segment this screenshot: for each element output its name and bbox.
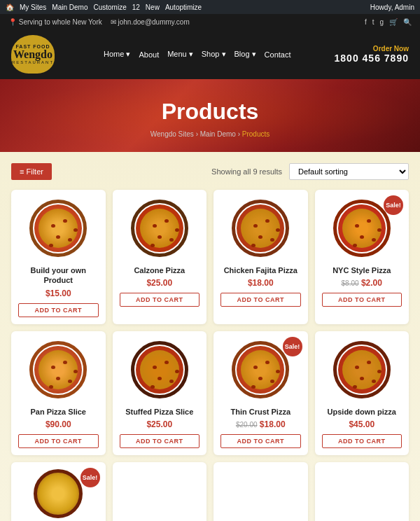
- pizza-cheese-7: [241, 350, 280, 389]
- pizza-cheese-2: [140, 209, 179, 248]
- product-price-3: $18.00: [220, 278, 301, 288]
- product-name-7: Thin Crust Pizza: [220, 407, 301, 417]
- customize-link[interactable]: Customize: [93, 4, 126, 11]
- breadcrumb-wengdo[interactable]: Wengdo Sites: [150, 130, 194, 138]
- product-image-3: [229, 197, 292, 260]
- breadcrumb-main-demo[interactable]: Main Demo: [200, 130, 236, 138]
- location-text: 📍 Serving to whole New York: [8, 18, 102, 26]
- admin-bar: 🏠 My Sites Main Demo Customize 12 New Au…: [0, 0, 420, 14]
- add-to-cart-button-6[interactable]: ADD TO CART: [120, 434, 200, 448]
- product-price-1: $15.00: [18, 289, 99, 298]
- product-card-8: Upside down pizza $45.00 ADD TO CART: [315, 331, 410, 455]
- info-bar: 📍 Serving to whole New York ✉ john.doe@d…: [0, 14, 420, 29]
- nav-shop[interactable]: Shop ▾: [202, 50, 226, 59]
- product-image-8: [330, 338, 393, 401]
- pizza-cheese-4: [342, 209, 382, 248]
- sale-badge-4: Sale!: [384, 195, 403, 215]
- product-card-3: Chicken Fajita Pizza $18.00 ADD TO CART: [214, 190, 308, 324]
- admin-bar-left: 🏠 My Sites Main Demo Customize 12 New Au…: [6, 4, 202, 11]
- new-link[interactable]: New: [146, 4, 160, 11]
- pizza-base-5: [29, 341, 87, 398]
- product-name-5: Pan Pizza Slice: [18, 407, 99, 417]
- filter-right: Showing all 9 results Default sorting So…: [211, 163, 409, 180]
- product-card-1: Build your own Product $15.00 ADD TO CAR…: [11, 190, 106, 324]
- product-name-1: Build your own Product: [18, 265, 99, 286]
- product-price-4: $8.00 $2.00: [322, 278, 402, 288]
- order-phone[interactable]: 1800 456 7890: [335, 53, 409, 64]
- product-image-5: [27, 338, 90, 401]
- main-demo-link[interactable]: Main Demo: [52, 4, 88, 11]
- empty-card-12: [315, 462, 410, 521]
- pizza-base-7: [232, 341, 289, 398]
- product-card-5: Pan Pizza Slice $90.00 ADD TO CART: [11, 331, 106, 455]
- admin-bar-right: Howdy, Admin: [370, 4, 414, 11]
- product-name-3: Chicken Fajita Pizza: [220, 265, 301, 275]
- product-card-2: Calzone Pizza $25.00 ADD TO CART: [113, 190, 207, 324]
- sale-price-7: $18.00: [260, 419, 286, 429]
- product-card-7: Sale! Thin Crust Pizza $20.00 $18.00 ADD…: [214, 331, 308, 455]
- product-price-7: $20.00 $18.00: [220, 419, 301, 429]
- pizza-cheese-5: [38, 350, 78, 389]
- hero-section: Products Wengdo Sites › Main Demo › Prod…: [0, 79, 420, 152]
- facebook-icon[interactable]: f: [365, 18, 367, 26]
- order-now-label: Order Now: [335, 45, 409, 53]
- info-bar-left: 📍 Serving to whole New York ✉ john.doe@d…: [8, 18, 190, 26]
- pizza-base-2: [131, 200, 188, 257]
- product-name-4: NYC Style Pizza: [322, 265, 402, 275]
- breadcrumb-current: Products: [242, 130, 270, 138]
- google-icon[interactable]: g: [379, 18, 384, 26]
- product-card-4: Sale! NYC Style Pizza $8.00 $2.00 ADD TO…: [315, 190, 410, 324]
- logo[interactable]: FAST FOOD Wengdo RESTAURANT: [11, 35, 60, 74]
- partial-row: Sale!: [11, 462, 409, 521]
- product-name-6: Stuffed Pizza Slice: [120, 407, 200, 417]
- logo-sub-text: RESTAURANT: [12, 60, 54, 64]
- product-name-8: Upside down pizza: [322, 407, 402, 417]
- add-to-cart-button-3[interactable]: ADD TO CART: [220, 293, 301, 307]
- product-grid: Build your own Product $15.00 ADD TO CAR…: [11, 190, 409, 455]
- add-to-cart-button-7[interactable]: ADD TO CART: [220, 434, 301, 448]
- my-sites-link[interactable]: My Sites: [20, 4, 46, 11]
- pizza-cheese-3: [241, 209, 280, 248]
- twitter-icon[interactable]: t: [372, 18, 374, 26]
- nav-blog[interactable]: Blog ▾: [234, 50, 256, 59]
- email-text: ✉ john.doe@dummy.com: [111, 18, 190, 26]
- product-image-2: [128, 197, 191, 260]
- pizza-cheese-6: [140, 350, 179, 389]
- product-image-1: [27, 197, 90, 260]
- add-to-cart-button-4[interactable]: ADD TO CART: [322, 293, 402, 307]
- product-name-2: Calzone Pizza: [120, 265, 200, 275]
- comments-link[interactable]: 12: [132, 4, 140, 11]
- wp-logo-icon[interactable]: 🏠: [6, 4, 14, 11]
- sale-badge-7: Sale!: [283, 337, 302, 356]
- product-price-5: $90.00: [18, 419, 99, 429]
- nav-about[interactable]: About: [139, 50, 159, 59]
- page-title: Products: [14, 99, 406, 125]
- info-bar-right: f t g 🛒 🔍: [365, 18, 412, 26]
- nav-contact[interactable]: Contact: [265, 50, 291, 59]
- product-card-9: Sale!: [11, 462, 106, 521]
- nav-menu[interactable]: Menu ▾: [167, 50, 193, 59]
- howdy-text: Howdy, Admin: [370, 4, 414, 11]
- add-to-cart-button-5[interactable]: ADD TO CART: [18, 434, 99, 448]
- original-price-4: $8.00: [342, 279, 359, 287]
- cart-icon[interactable]: 🛒: [389, 18, 398, 26]
- add-to-cart-button-8[interactable]: ADD TO CART: [322, 434, 402, 448]
- add-to-cart-button-1[interactable]: ADD TO CART: [18, 303, 99, 317]
- search-icon[interactable]: 🔍: [403, 18, 412, 26]
- sale-badge-9: Sale!: [80, 468, 100, 487]
- product-price-2: $25.00: [120, 278, 200, 288]
- order-box: Order Now 1800 456 7890: [335, 45, 409, 64]
- header: FAST FOOD Wengdo RESTAURANT Home ▾ About…: [0, 29, 420, 79]
- autoptimize-link[interactable]: Autoptimize: [165, 4, 202, 11]
- sort-select[interactable]: Default sorting Sort by popularity Sort …: [289, 163, 409, 180]
- original-price-7: $20.00: [236, 421, 258, 429]
- pizza-base-6: [131, 341, 188, 398]
- filter-button[interactable]: ≡ Filter: [11, 163, 52, 180]
- product-price-8: $45.00: [322, 419, 402, 429]
- breadcrumb: Wengdo Sites › Main Demo › Products: [14, 130, 406, 138]
- product-image-6: [128, 338, 191, 401]
- add-to-cart-button-2[interactable]: ADD TO CART: [120, 293, 200, 307]
- pizza-base-4: [333, 200, 391, 257]
- nav-home[interactable]: Home ▾: [104, 50, 130, 59]
- pizza-base-8: [333, 341, 391, 398]
